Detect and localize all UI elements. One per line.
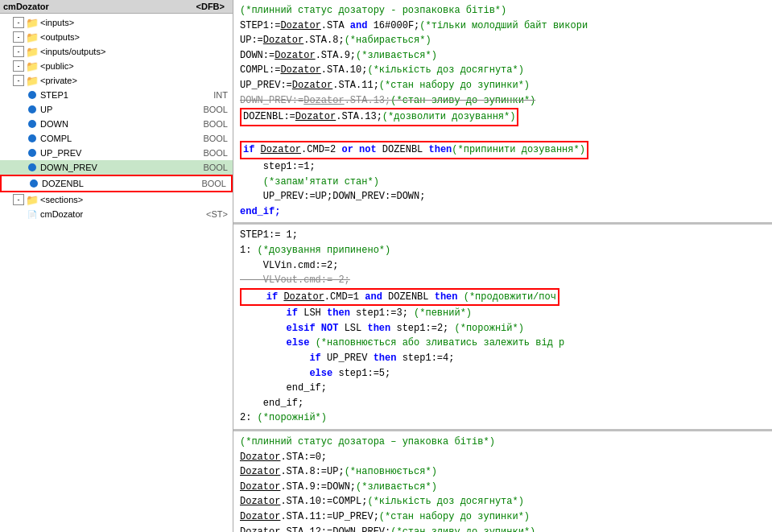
section-icon: 📄 (26, 208, 39, 221)
code-line: end_if; (240, 396, 766, 411)
folder-icon: 📁 (26, 74, 39, 87)
tree-item-outputs[interactable]: - 📁 <outputs> (0, 30, 233, 44)
tree-label: <private> (40, 76, 233, 85)
code-line: else (*наповнюється або зливатись залежи… (240, 336, 766, 351)
var-label: DOZENBL (42, 179, 201, 188)
code-line: if UP_PREV then step1:=4; (240, 351, 766, 366)
var-type: BOOL (203, 163, 233, 172)
var-type: <ST> (206, 209, 233, 219)
folder-icon: 📁 (26, 16, 39, 29)
tree-item-STEP1[interactable]: STEP1 INT (0, 88, 233, 102)
tree-item-inputs[interactable]: - 📁 <inputs> (0, 15, 233, 30)
folder-icon: 📁 (26, 60, 39, 72)
expand-icon[interactable]: - (13, 75, 24, 86)
circle-icon (26, 89, 39, 101)
tree-label: <outputs> (40, 32, 233, 42)
code-line: elsif NOT LSL then step1:=2; (*порожній*… (240, 321, 766, 336)
circle-icon (26, 161, 39, 174)
expand-icon[interactable]: - (13, 60, 24, 72)
expand-icon[interactable]: - (13, 31, 24, 43)
circle-icon (26, 146, 39, 159)
code-line: Dozator.STA.9:=DOWN;(*зливається*) (240, 480, 766, 495)
var-type: BOOL (203, 119, 233, 129)
var-label: cmDozator (40, 209, 206, 219)
code-sections: (*плинний статус дозатору - розпаковка б… (233, 0, 772, 532)
var-type: BOOL (203, 148, 233, 158)
var-label: COMPL (40, 134, 203, 143)
code-line: STEP1:= 1; (240, 228, 766, 243)
var-type: INT (213, 90, 233, 100)
tree-label: <inputs> (40, 18, 233, 27)
code-line-if-cmd2: if Dozator.CMD=2 or not DOZENBL then(*пр… (240, 141, 588, 159)
folder-icon: 📁 (26, 45, 39, 58)
code-block-2: STEP1:= 1; 1: (*дозування припинено*) VL… (233, 225, 772, 431)
tree-item-DOZENBL[interactable]: DOZENBL BOOL (0, 175, 233, 192)
code-panel: (*плинний статус дозатору - розпаковка б… (233, 0, 772, 532)
code-line: end_if; (240, 381, 766, 396)
var-type: BOOL (203, 105, 233, 114)
code-line: step1:=1; (240, 159, 766, 175)
code-line: Dozator.STA.10:=COMPL;(*кількість доз до… (240, 494, 766, 509)
code-line: Dozator.STA:=0; (240, 450, 766, 465)
folder-icon: 📁 (26, 31, 39, 43)
tree-item-inouts[interactable]: - 📁 <inputs/outputs> (0, 44, 233, 59)
circle-icon (27, 177, 40, 190)
tree-item-public[interactable]: - 📁 <public> (0, 59, 233, 73)
circle-icon (26, 132, 39, 145)
code-line-dozenbl-assign: DOZENBL:=Dozator.STA.13;(*дозволити дозу… (240, 108, 518, 126)
tree-item-sections[interactable]: - 📁 <sections> (0, 192, 233, 207)
tree-container: - 📁 <inputs> - 📁 <outputs> - 📁 <inputs/o… (0, 14, 233, 532)
code-line: STEP1:=Dozator.STA and 16#000F;(*тільки … (240, 19, 766, 34)
code-line: 2: (*порожній*) (240, 410, 766, 426)
code-line: (*плинний статус дозатору - розпаковка б… (240, 3, 766, 19)
code-line: (*запам'ятати стан*) (240, 175, 766, 190)
tree-item-private[interactable]: - 📁 <private> (0, 73, 233, 88)
tree-item-DOWN_PREV[interactable]: DOWN_PREV BOOL (0, 160, 233, 175)
tree-label: <sections> (40, 195, 233, 204)
expand-icon[interactable]: - (13, 46, 24, 57)
tree-panel: cmDozator <DFB> - 📁 <inputs> - 📁 <output… (0, 0, 233, 532)
code-line: VLVin.cmd:=2; (240, 258, 766, 274)
code-line: DOWN_PREV:=Dozator.STA.13;(*стан зливу д… (240, 93, 766, 109)
tree-item-cmDozator-section[interactable]: 📄 cmDozator <ST> (0, 207, 233, 221)
var-label: STEP1 (40, 90, 213, 100)
code-line: VLVout.cmd:= 2; (240, 273, 766, 288)
tree-item-UP_PREV[interactable]: UP_PREV BOOL (0, 146, 233, 160)
code-line-empty (240, 126, 766, 142)
code-line: UP:=Dozator.STA.8;(*набирається*) (240, 33, 766, 48)
code-line: end_if; (240, 204, 766, 220)
expand-icon[interactable]: - (13, 194, 24, 205)
code-line: UP_PREV:=UP;DOWN_PREV:=DOWN; (240, 189, 766, 204)
type-col-header: <DFB> (181, 2, 229, 11)
code-line: else step1:=5; (240, 366, 766, 381)
identifier: Dozator (280, 20, 320, 31)
tree-item-DOWN[interactable]: DOWN BOOL (0, 117, 233, 131)
folder-icon: 📁 (26, 193, 39, 206)
code-line: Dozator.STA.12:=DOWN_PREV;(*стан зливу д… (240, 525, 766, 532)
circle-icon (26, 118, 39, 130)
code-line: UP_PREV:=Dozator.STA.11;(*стан набору до… (240, 78, 766, 93)
code-line: (*плинний статус дозатора – упаковка біт… (240, 435, 766, 450)
code-line-if-cmd1: if Dozator.CMD=1 and DOZENBL then (*прод… (240, 288, 559, 307)
code-line: Dozator.STA.8:=UP;(*наповнюється*) (240, 464, 766, 480)
code-line: Dozator.STA.11:=UP_PREV;(*стан набору до… (240, 509, 766, 525)
tree-item-UP[interactable]: UP BOOL (0, 102, 233, 117)
var-label: UP (40, 105, 203, 114)
code-line: COMPL:=Dozator.STA.10;(*кількість доз до… (240, 63, 766, 78)
var-type: BOOL (201, 179, 231, 188)
comment: (*плинний статус дозатору - розпаковка б… (240, 5, 506, 16)
var-type: BOOL (203, 134, 233, 143)
code-block-3: (*плинний статус дозатора – упаковка біт… (233, 431, 772, 532)
expand-icon[interactable]: - (13, 17, 24, 28)
code-line: 1: (*дозування припинено*) (240, 243, 766, 258)
var-label: DOWN (40, 119, 203, 129)
code-block-1: (*плинний статус дозатору - розпаковка б… (233, 0, 772, 225)
tree-column-header: cmDozator <DFB> (0, 0, 233, 14)
tree-item-COMPL[interactable]: COMPL BOOL (0, 131, 233, 146)
circle-icon (26, 103, 39, 116)
tree-label: <inputs/outputs> (40, 47, 233, 56)
tree-label: <public> (40, 61, 233, 71)
var-label: DOWN_PREV (40, 163, 203, 172)
code-line: DOWN:=Dozator.STA.9;(*зливається*) (240, 48, 766, 64)
name-col-header: cmDozator (3, 2, 181, 11)
